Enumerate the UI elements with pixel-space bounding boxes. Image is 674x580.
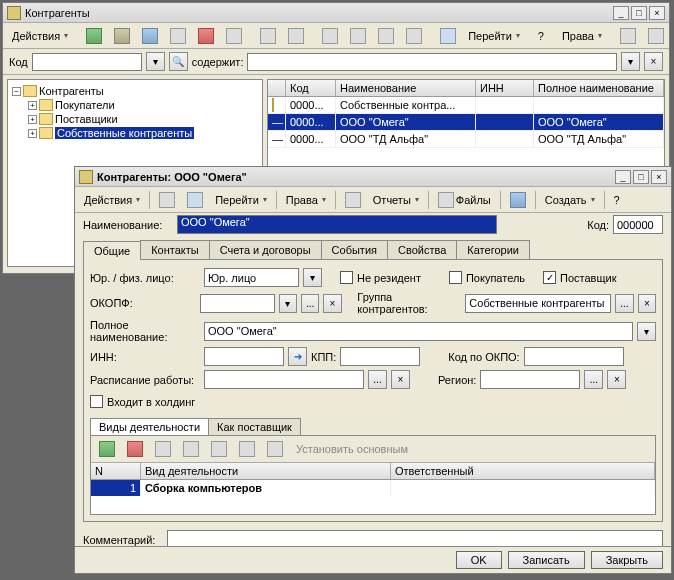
nonresident-checkbox[interactable]: Не резидент bbox=[340, 271, 421, 284]
okopf-select[interactable]: ... bbox=[301, 294, 319, 313]
fullname-input[interactable] bbox=[204, 322, 633, 341]
col-n[interactable]: N bbox=[91, 463, 141, 479]
jur-select[interactable] bbox=[204, 268, 299, 287]
contains-dropdown[interactable]: ▾ bbox=[621, 52, 640, 71]
reports-menu[interactable]: Отчеты bbox=[368, 190, 424, 210]
filter2-button[interactable] bbox=[345, 26, 371, 46]
close-button[interactable]: × bbox=[649, 6, 665, 20]
inn-input[interactable] bbox=[204, 347, 284, 366]
mark-button[interactable] bbox=[221, 26, 247, 46]
create-menu[interactable]: Создать bbox=[540, 190, 600, 210]
save-button[interactable]: Записать bbox=[508, 551, 585, 569]
jur-dropdown[interactable]: ▾ bbox=[303, 268, 322, 287]
fullname-dropdown[interactable]: ▾ bbox=[637, 322, 656, 341]
inn-arrow-button[interactable]: ➔ bbox=[288, 347, 307, 366]
close-button[interactable]: × bbox=[651, 170, 667, 184]
rights-menu[interactable]: Права bbox=[281, 190, 331, 210]
buyer-checkbox[interactable]: Покупатель bbox=[449, 271, 525, 284]
contains-clear[interactable]: × bbox=[644, 52, 663, 71]
tree-item-own[interactable]: + Собственные контрагенты bbox=[28, 126, 258, 140]
filter3-button[interactable] bbox=[373, 26, 399, 46]
act-del[interactable] bbox=[122, 439, 148, 459]
go-menu[interactable]: Перейти bbox=[463, 26, 525, 46]
name-input[interactable]: ООО "Омега" bbox=[177, 215, 497, 234]
col-inn[interactable]: ИНН bbox=[476, 80, 534, 96]
col-name[interactable]: Наименование bbox=[336, 80, 476, 96]
tb-misc2[interactable] bbox=[643, 26, 669, 46]
tree-item-suppliers[interactable]: + Поставщики bbox=[28, 112, 258, 126]
grid-row[interactable]: — 0000... ООО "ТД Альфа" ООО "ТД Альфа" bbox=[268, 131, 664, 148]
okpo-input[interactable] bbox=[524, 347, 624, 366]
code-input[interactable] bbox=[32, 53, 142, 71]
code-input[interactable] bbox=[613, 215, 663, 234]
add-folder-button[interactable] bbox=[109, 26, 135, 46]
reread-button[interactable] bbox=[182, 190, 208, 210]
set-main-button[interactable]: Установить основным bbox=[296, 443, 408, 455]
tab-general[interactable]: Общие bbox=[83, 241, 141, 260]
subtab-activities[interactable]: Виды деятельности bbox=[90, 418, 209, 435]
search-button[interactable]: 🔍 bbox=[169, 52, 188, 71]
subtab-as-supplier[interactable]: Как поставщик bbox=[208, 418, 301, 435]
activity-row[interactable]: 1 Сборка компьютеров bbox=[91, 480, 655, 496]
grid-row[interactable]: 0000... Собственные контра... bbox=[268, 97, 664, 114]
files-button[interactable]: Файлы bbox=[433, 190, 496, 210]
kpp-input[interactable] bbox=[340, 347, 420, 366]
actions-menu[interactable]: Действия bbox=[79, 190, 145, 210]
schedule-select[interactable]: ... bbox=[368, 370, 387, 389]
expand-icon[interactable]: + bbox=[28, 129, 37, 138]
act-add[interactable] bbox=[94, 439, 120, 459]
actions-menu[interactable]: Действия bbox=[7, 26, 73, 46]
expand-icon[interactable]: + bbox=[28, 115, 37, 124]
tb-misc1[interactable] bbox=[615, 26, 641, 46]
col-full[interactable]: Полное наименование bbox=[534, 80, 664, 96]
okopf-dropdown[interactable]: ▾ bbox=[279, 294, 297, 313]
schedule-input[interactable] bbox=[204, 370, 364, 389]
minimize-button[interactable]: _ bbox=[613, 6, 629, 20]
save-button[interactable] bbox=[154, 190, 180, 210]
report-button[interactable] bbox=[340, 190, 366, 210]
code-dropdown[interactable]: ▾ bbox=[146, 52, 165, 71]
edit-button[interactable] bbox=[165, 26, 191, 46]
ok-button[interactable]: OK bbox=[456, 551, 502, 569]
move-button[interactable] bbox=[283, 26, 309, 46]
group-input[interactable] bbox=[465, 294, 611, 313]
go-menu[interactable]: Перейти bbox=[210, 190, 272, 210]
okopf-input[interactable] bbox=[200, 294, 275, 313]
help-button[interactable]: ? bbox=[533, 26, 549, 46]
act-up[interactable] bbox=[178, 439, 204, 459]
maximize-button[interactable]: □ bbox=[633, 170, 649, 184]
close-button[interactable]: Закрыть bbox=[591, 551, 663, 569]
tab-contacts[interactable]: Контакты bbox=[140, 240, 210, 259]
copy-button[interactable] bbox=[137, 26, 163, 46]
col-code[interactable]: Код bbox=[286, 80, 336, 96]
region-clear[interactable]: × bbox=[607, 370, 626, 389]
contains-input[interactable] bbox=[247, 53, 617, 71]
tab-props[interactable]: Свойства bbox=[387, 240, 457, 259]
help-button[interactable]: ? bbox=[609, 190, 625, 210]
group-clear[interactable]: × bbox=[638, 294, 656, 313]
col-kind[interactable]: Вид деятельности bbox=[141, 463, 391, 479]
tab-accounts[interactable]: Счета и договоры bbox=[209, 240, 322, 259]
filter-off-button[interactable] bbox=[401, 26, 427, 46]
delete-button[interactable] bbox=[193, 26, 219, 46]
group-select[interactable]: ... bbox=[615, 294, 633, 313]
email-button[interactable] bbox=[505, 190, 531, 210]
minimize-button[interactable]: _ bbox=[615, 170, 631, 184]
collapse-icon[interactable]: − bbox=[12, 87, 21, 96]
tab-cats[interactable]: Категории bbox=[456, 240, 530, 259]
supplier-checkbox[interactable]: ✓Поставщик bbox=[543, 271, 616, 284]
region-select[interactable]: ... bbox=[584, 370, 603, 389]
grid-row-selected[interactable]: — 0000... ООО "Омега" ООО "Омега" bbox=[268, 114, 664, 131]
tab-events[interactable]: События bbox=[321, 240, 388, 259]
schedule-clear[interactable]: × bbox=[391, 370, 410, 389]
okopf-clear[interactable]: × bbox=[323, 294, 341, 313]
col-responsible[interactable]: Ответственный bbox=[391, 463, 655, 479]
add-button[interactable] bbox=[81, 26, 107, 46]
act-down[interactable] bbox=[206, 439, 232, 459]
tree-item-buyers[interactable]: + Покупатели bbox=[28, 98, 258, 112]
hierarchy-button[interactable] bbox=[255, 26, 281, 46]
act-sort[interactable] bbox=[234, 439, 260, 459]
holding-checkbox[interactable]: Входит в холдинг bbox=[90, 395, 195, 408]
tree-root[interactable]: − Контрагенты bbox=[12, 84, 258, 98]
rights-menu[interactable]: Права bbox=[557, 26, 607, 46]
